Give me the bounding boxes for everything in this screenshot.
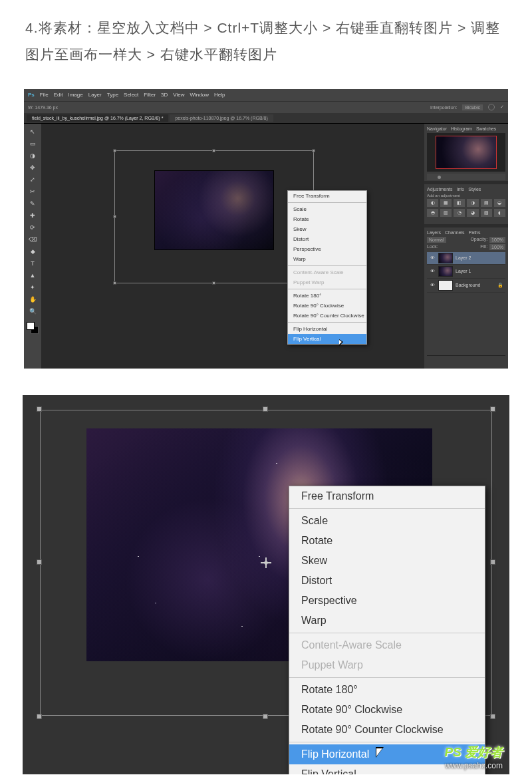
ctx-item-flip-vertical[interactable]: Flip Vertical [288, 334, 366, 344]
adj-icon[interactable]: ◑ [467, 199, 478, 207]
ctx-item-rotate90ccw[interactable]: Rotate 90° Counter Clockwise [288, 311, 366, 321]
adj-icon[interactable]: ▧ [481, 209, 492, 217]
ctx-item-scale[interactable]: Scale [289, 511, 485, 531]
menu-item[interactable]: Image [68, 92, 82, 98]
hand-tool-icon[interactable]: ✋ [27, 294, 39, 305]
eye-icon[interactable]: 👁 [429, 255, 436, 261]
ctx-item-warp[interactable]: Warp [289, 611, 485, 631]
layer-row[interactable]: 👁Background🔒 [427, 279, 505, 293]
crop-tool-icon[interactable]: ⤢ [27, 174, 39, 185]
panel-tab[interactable]: Styles [468, 187, 481, 192]
menu-item[interactable]: Edit [54, 92, 63, 98]
ctx-item-scale[interactable]: Scale [288, 204, 366, 214]
ctx-item-free-transform[interactable]: Free Transform [288, 191, 366, 201]
zoom-tool-icon[interactable]: 🔍 [27, 306, 39, 317]
eyedropper-tool-icon[interactable]: ✂ [27, 186, 39, 197]
menu-item[interactable]: View [173, 92, 184, 98]
layer-thumbnail[interactable] [438, 253, 453, 263]
color-swatch[interactable] [27, 322, 39, 334]
canvas-area[interactable]: Free Transform Scale Rotate Skew Distort… [41, 124, 424, 369]
opacity-label: Opacity: [470, 237, 487, 243]
panel-tab[interactable]: Adjustments [427, 187, 453, 192]
ctx-item-perspective[interactable]: Perspective [288, 244, 366, 254]
adj-icon[interactable]: ◖ [494, 209, 505, 217]
menu-item[interactable]: Type [107, 92, 118, 98]
pen-tool-icon[interactable]: ▲ [27, 270, 39, 281]
menu-item[interactable]: 3D [161, 92, 168, 98]
ctx-item-distort[interactable]: Distort [289, 571, 485, 591]
ctx-item-skew[interactable]: Skew [288, 224, 366, 234]
ctx-item-perspective[interactable]: Perspective [289, 591, 485, 611]
ctx-item-rotate[interactable]: Rotate [289, 531, 485, 551]
menu-item[interactable]: Help [214, 92, 225, 98]
layers-footer-icons[interactable] [427, 355, 505, 366]
adj-icon[interactable]: ◐ [427, 199, 438, 207]
layer-thumbnail[interactable] [438, 280, 453, 291]
type-tool-icon[interactable]: T [27, 258, 39, 269]
navigator-thumbnail[interactable] [436, 136, 497, 169]
lasso-tool-icon[interactable]: ◑ [27, 150, 39, 161]
panel-tab[interactable]: Swatches [476, 126, 496, 131]
layer-thumbnail[interactable] [438, 266, 453, 277]
layer-row[interactable]: 👁Layer 1 [427, 265, 505, 279]
panel-tab[interactable]: Navigator [427, 126, 447, 131]
fill-value[interactable]: 100% [489, 244, 505, 250]
blend-mode-select[interactable]: Normal [427, 237, 446, 243]
adj-icon[interactable]: ▥ [440, 209, 452, 217]
menu-item[interactable]: Layer [88, 92, 102, 98]
panel-tab[interactable]: Histogram [451, 126, 472, 131]
screenshot-transform-zoom: Free Transform Scale Rotate Skew Distort… [23, 395, 509, 774]
wand-tool-icon[interactable]: ✥ [27, 162, 39, 173]
menu-item[interactable]: Select [124, 92, 138, 98]
panel-tab[interactable]: Channels [445, 230, 465, 235]
eye-icon[interactable]: 👁 [429, 282, 436, 289]
cursor-icon [376, 747, 388, 762]
adj-icon[interactable]: ◧ [454, 199, 465, 207]
adj-icon[interactable]: ◔ [454, 209, 465, 217]
ctx-item-flip-horizontal[interactable]: Flip Horizontal [288, 324, 366, 334]
marquee-tool-icon[interactable]: ▭ [27, 138, 39, 149]
adj-icon[interactable]: ◓ [427, 209, 438, 217]
ctx-item-warp[interactable]: Warp [288, 254, 366, 264]
ctx-item-rotate180[interactable]: Rotate 180° [288, 291, 366, 301]
layer-name: Layer 1 [456, 269, 471, 273]
navigator-zoom-slider[interactable] [427, 174, 505, 180]
heal-tool-icon[interactable]: ✚ [27, 210, 39, 221]
adj-icon[interactable]: ▤ [481, 199, 492, 207]
commit-icon[interactable]: ✓ [500, 104, 504, 110]
document-tab[interactable]: field_stock_iii_by_kuschelirmel.jpg @ 16… [27, 114, 168, 122]
ctx-item-free-transform[interactable]: Free Transform [289, 486, 485, 506]
navigator-panel: Navigator Histogram Swatches [424, 124, 508, 181]
ctx-item-rotate90cw[interactable]: Rotate 90° Clockwise [289, 700, 485, 720]
gradient-tool-icon[interactable]: ◆ [27, 246, 39, 257]
adj-icon[interactable]: ◒ [494, 199, 505, 207]
cancel-icon[interactable] [488, 104, 495, 110]
options-select[interactable]: Bicubic [462, 104, 483, 110]
eraser-tool-icon[interactable]: ⌫ [27, 234, 39, 245]
eye-icon[interactable]: 👁 [429, 268, 436, 275]
options-field[interactable]: W: 1479.36 px [28, 105, 58, 110]
ctx-item-skew[interactable]: Skew [289, 551, 485, 571]
brush-tool-icon[interactable]: ✎ [27, 198, 39, 209]
ctx-item-rotate180[interactable]: Rotate 180° [289, 680, 485, 700]
ctx-item-rotate[interactable]: Rotate [288, 214, 366, 224]
opacity-value[interactable]: 100% [489, 237, 505, 243]
document-tab[interactable]: pexels-photo-110870.jpeg @ 16.7% (RGB/8) [170, 114, 273, 122]
placed-image[interactable] [154, 170, 274, 250]
ctx-item-rotate90cw[interactable]: Rotate 90° Clockwise [288, 301, 366, 311]
menu-item[interactable]: Filter [144, 92, 156, 98]
menu-item[interactable]: File [40, 92, 49, 98]
panel-tab[interactable]: Paths [469, 230, 481, 235]
adj-icon[interactable]: ◕ [467, 209, 478, 217]
panel-tab[interactable]: Info [457, 187, 465, 192]
panel-tab[interactable]: Layers [427, 230, 441, 235]
adj-icon[interactable]: ▦ [440, 199, 452, 207]
menu-item[interactable]: Window [190, 92, 209, 98]
shape-tool-icon[interactable]: ✦ [27, 282, 39, 293]
layer-row[interactable]: 👁Layer 2 [427, 252, 505, 265]
ctx-item-distort[interactable]: Distort [288, 234, 366, 244]
transform-center-icon[interactable] [261, 557, 271, 568]
stamp-tool-icon[interactable]: ⟳ [27, 222, 39, 233]
move-tool-icon[interactable]: ↖ [27, 126, 39, 137]
ctx-item-rotate90ccw[interactable]: Rotate 90° Counter Clockwise [289, 720, 485, 740]
